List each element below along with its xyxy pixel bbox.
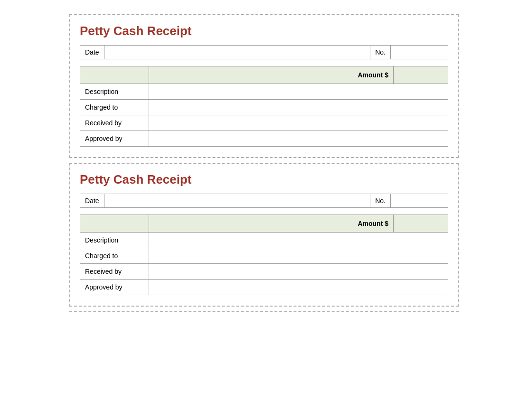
no-label-1: No. (370, 46, 391, 59)
page-container: Petty Cash Receipt Date No. Amount $ Des… (5, 5, 523, 317)
description-value-1[interactable] (149, 84, 448, 100)
charged-to-label-1: Charged to (80, 100, 149, 115)
no-input-1[interactable] (391, 46, 448, 59)
table-header-row-2: Amount $ (80, 215, 448, 233)
received-by-value-2[interactable] (149, 264, 448, 280)
header-left-2 (80, 215, 149, 233)
no-input-2[interactable] (391, 194, 448, 207)
description-value-2[interactable] (149, 233, 448, 248)
table-row: Received by (80, 264, 448, 280)
description-label-1: Description (80, 84, 149, 100)
receipt-title-2: Petty Cash Receipt (80, 172, 448, 187)
received-by-label-2: Received by (80, 264, 149, 280)
header-amount-2: Amount $ (149, 215, 394, 233)
date-input-2[interactable] (104, 194, 370, 207)
approved-by-label-2: Approved by (80, 280, 149, 295)
receipt-1: Petty Cash Receipt Date No. Amount $ Des… (69, 14, 459, 158)
date-row-2: Date No. (80, 194, 448, 208)
table-row: Received by (80, 115, 448, 131)
receipt-table-2: Amount $ Description Charged to Received… (80, 215, 448, 295)
no-label-2: No. (370, 194, 391, 207)
header-left-1 (80, 66, 149, 84)
table-row: Description (80, 84, 448, 100)
header-right-2 (394, 215, 448, 233)
date-row-1: Date No. (80, 45, 448, 59)
approved-by-value-1[interactable] (149, 131, 448, 147)
receipt-table-1: Amount $ Description Charged to Received… (80, 66, 448, 147)
receipt-2: Petty Cash Receipt Date No. Amount $ Des… (69, 163, 459, 307)
table-row: Charged to (80, 100, 448, 115)
date-label-2: Date (80, 194, 104, 207)
date-input-1[interactable] (104, 46, 370, 59)
table-row: Charged to (80, 248, 448, 264)
bottom-divider (69, 311, 459, 312)
table-header-row-1: Amount $ (80, 66, 448, 84)
received-by-value-1[interactable] (149, 115, 448, 131)
table-row: Approved by (80, 280, 448, 295)
table-row: Approved by (80, 131, 448, 147)
description-label-2: Description (80, 233, 149, 248)
charged-to-value-1[interactable] (149, 100, 448, 115)
charged-to-value-2[interactable] (149, 248, 448, 264)
received-by-label-1: Received by (80, 115, 149, 131)
table-row: Description (80, 233, 448, 248)
receipt-title-1: Petty Cash Receipt (80, 24, 448, 38)
approved-by-label-1: Approved by (80, 131, 149, 147)
charged-to-label-2: Charged to (80, 248, 149, 264)
date-label-1: Date (80, 46, 104, 59)
header-right-1 (394, 66, 448, 84)
approved-by-value-2[interactable] (149, 280, 448, 295)
header-amount-1: Amount $ (149, 66, 394, 84)
